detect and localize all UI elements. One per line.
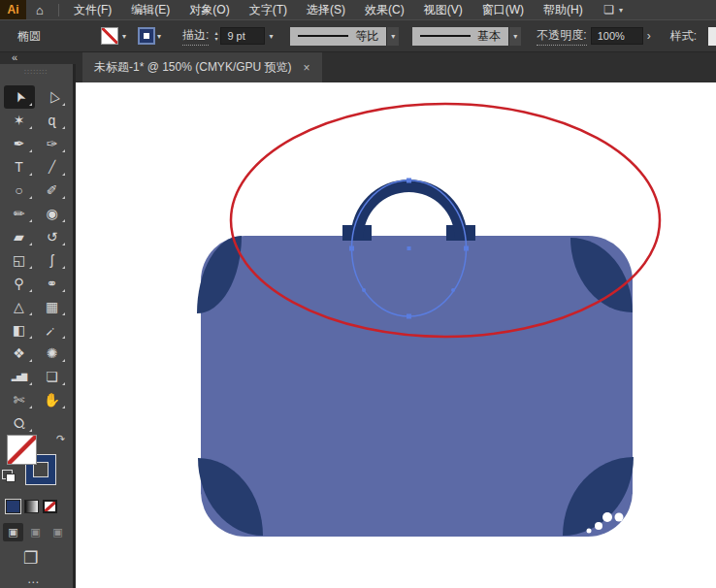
default-fill-stroke-icon[interactable]: [2, 470, 13, 479]
menu-item-effect[interactable]: 效果(C): [355, 0, 414, 19]
scale-tool[interactable]: ◱: [4, 248, 35, 272]
ellipse-tool[interactable]: ○: [4, 179, 35, 202]
brush-definition-dropdown[interactable]: 基本 ▾: [412, 27, 521, 46]
mesh-tool[interactable]: ▦: [37, 295, 68, 318]
lasso-tool[interactable]: ɋ: [37, 109, 68, 132]
stepper-down-icon[interactable]: ▾: [214, 36, 217, 42]
menu-item-select[interactable]: 选择(S): [297, 0, 355, 19]
stroke-chevron-icon[interactable]: ▾: [157, 32, 161, 41]
pen-tool[interactable]: ✒: [4, 132, 35, 155]
line-segment-tool[interactable]: ╱: [37, 155, 68, 179]
handle-dot-left[interactable]: [362, 288, 366, 292]
workspace-switcher[interactable]: ❏ ▾: [603, 3, 623, 16]
shaper-tool-icon: ✏: [14, 206, 25, 221]
eraser-tool-icon: ▰: [14, 229, 24, 245]
menu-item-object[interactable]: 对象(O): [179, 0, 239, 19]
suitcase-body[interactable]: [201, 236, 633, 537]
close-icon[interactable]: ×: [304, 61, 310, 75]
slice-tool-icon: ✄: [14, 392, 25, 408]
width-profile-value: 等比: [355, 28, 378, 45]
context-label: 椭圆: [17, 28, 85, 45]
width-profile-dropdown[interactable]: 等比 ▾: [290, 27, 399, 46]
curvature-tool[interactable]: ✑: [37, 132, 68, 155]
blob-brush-tool-icon: ◉: [46, 206, 57, 221]
opacity-label[interactable]: 不透明度:: [537, 27, 586, 46]
menu-item-window[interactable]: 窗口(W): [472, 0, 534, 19]
shape-builder-tool[interactable]: ⚭: [37, 272, 68, 295]
menu-separator: [58, 4, 59, 16]
menu-item-file[interactable]: 文件(F): [64, 0, 121, 19]
none-button[interactable]: [43, 500, 57, 513]
column-graph-tool[interactable]: ▂▅▇: [4, 365, 35, 388]
puppet-warp-tool-icon: ⚲: [14, 276, 23, 291]
curvature-tool-icon: ✑: [47, 136, 58, 151]
shaper-tool[interactable]: ✏: [4, 202, 35, 225]
watermark-dot: [615, 513, 624, 522]
rotate-tool[interactable]: ↺: [37, 225, 68, 248]
draw-inside-button[interactable]: ▣: [48, 523, 68, 541]
screen-mode-icon[interactable]: ❐: [23, 548, 38, 569]
stroke-color-swatch[interactable]: [140, 29, 153, 43]
color-button[interactable]: [6, 500, 20, 513]
illustrator-window: { "menubar": { "logo": "Ai", "home_icon"…: [0, 0, 716, 588]
puppet-warp-tool[interactable]: ⚲: [4, 272, 35, 295]
magic-wand-tool-icon: ✶: [14, 113, 25, 128]
style-dropdown[interactable]: [708, 27, 716, 46]
collapse-panel-icon[interactable]: «: [12, 51, 16, 63]
app-logo[interactable]: Ai: [0, 0, 26, 19]
menu-item-type[interactable]: 文字(T): [240, 0, 297, 19]
swap-fill-stroke-icon[interactable]: ↷: [56, 433, 65, 445]
selection-tool[interactable]: ➤: [4, 85, 35, 109]
stroke-weight-value[interactable]: 9 pt: [220, 27, 265, 45]
tab-strip: « ∷∷∷∷ 未标题-1* @ 150% (CMYK/GPU 预览) ×: [0, 52, 716, 82]
column-graph-tool-icon: ▂▅▇: [12, 373, 26, 381]
draw-behind-button[interactable]: ▣: [25, 523, 46, 541]
anchor-point-top[interactable]: [407, 179, 411, 183]
type-tool[interactable]: T: [4, 155, 35, 179]
document-tab[interactable]: 未标题-1* @ 150% (CMYK/GPU 预览) ×: [82, 52, 322, 82]
gradient-tool[interactable]: ◧: [4, 318, 35, 342]
draw-normal-button[interactable]: ▣: [3, 523, 23, 541]
stroke-weight-label[interactable]: 描边:: [182, 27, 209, 46]
magic-wand-tool[interactable]: ✶: [4, 109, 35, 132]
blend-tool[interactable]: ❖: [4, 342, 35, 365]
slice-tool[interactable]: ✄: [4, 388, 35, 411]
profile-chevron-icon: ▾: [391, 32, 395, 41]
anchor-point-bottom[interactable]: [407, 314, 411, 319]
artboard-canvas[interactable]: [76, 82, 716, 588]
home-icon[interactable]: ⌂: [26, 3, 53, 17]
stroke-weight-chevron-icon[interactable]: ▾: [269, 32, 273, 41]
menu-item-help[interactable]: 帮助(H): [534, 0, 593, 19]
width-tool[interactable]: ʃ: [37, 248, 68, 272]
toolbar-overflow-icon[interactable]: ⋯: [27, 575, 39, 588]
blob-brush-tool[interactable]: ◉: [37, 202, 68, 225]
opacity-value[interactable]: 100%: [591, 27, 643, 45]
perspective-grid-tool[interactable]: △: [4, 295, 35, 318]
drawing-modes: ▣ ▣ ▣: [3, 523, 68, 541]
fill-indicator-swatch[interactable]: [7, 435, 37, 465]
toolbar-grip[interactable]: ∷∷∷∷: [0, 64, 76, 82]
opacity-expand-icon[interactable]: ›: [647, 29, 651, 43]
anchor-point-left[interactable]: [349, 246, 354, 251]
line-segment-tool-icon: ╱: [49, 160, 55, 174]
zoom-tool[interactable]: Ǫ: [4, 411, 35, 435]
paintbrush-tool[interactable]: ✐: [37, 179, 68, 202]
hand-tool-icon: ✋: [44, 392, 60, 408]
gradient-button[interactable]: [24, 500, 39, 513]
fill-chevron-icon[interactable]: ▾: [122, 32, 126, 41]
center-point[interactable]: [407, 246, 411, 250]
eraser-tool[interactable]: ▰: [4, 225, 35, 248]
menu-item-view[interactable]: 视图(V): [414, 0, 472, 19]
direct-selection-tool[interactable]: ▷: [37, 85, 68, 109]
handle-dot-right[interactable]: [451, 288, 455, 292]
stroke-weight-stepper[interactable]: ▴ ▾: [214, 30, 217, 42]
eyedropper-tool[interactable]: ¡: [37, 318, 68, 342]
artboard-tool[interactable]: ❏: [37, 365, 68, 388]
fill-none-swatch[interactable]: [101, 27, 118, 45]
hand-tool[interactable]: ✋: [37, 388, 68, 411]
anchor-point-right[interactable]: [464, 246, 469, 251]
menu-item-edit[interactable]: 编辑(E): [121, 0, 179, 19]
shape-builder-tool-icon: ⚭: [47, 276, 58, 291]
color-type-row: [6, 500, 57, 513]
symbol-sprayer-tool[interactable]: ✺: [37, 342, 68, 365]
